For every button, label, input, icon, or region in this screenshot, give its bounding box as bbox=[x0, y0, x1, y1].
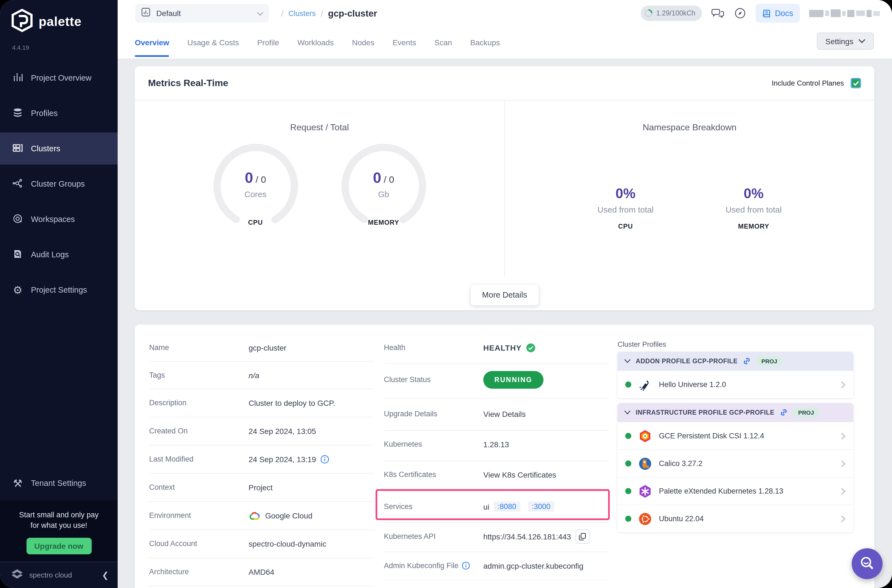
spectro-cloud-logo bbox=[10, 567, 24, 583]
sidebar-item-workspaces[interactable]: Workspaces bbox=[0, 203, 118, 235]
tab-workloads[interactable]: Workloads bbox=[297, 27, 334, 58]
info-icon[interactable] bbox=[462, 561, 470, 570]
breadcrumb-clusters-link[interactable]: Clusters bbox=[288, 9, 316, 17]
tab-nodes[interactable]: Nodes bbox=[352, 27, 374, 58]
chevron-down-icon bbox=[858, 39, 865, 44]
chevron-right-icon bbox=[841, 460, 845, 467]
tab-scan[interactable]: Scan bbox=[434, 27, 452, 58]
upgrade-now-button[interactable]: Upgrade now bbox=[26, 538, 92, 554]
tab-backups[interactable]: Backups bbox=[470, 27, 500, 58]
network-icon bbox=[12, 177, 23, 190]
cluster-details-card: Name gcp-cluster Tags n/a Description Cl… bbox=[135, 325, 874, 588]
tab-profile[interactable]: Profile bbox=[257, 27, 279, 58]
sidebar-item-label: Cluster Groups bbox=[31, 179, 85, 188]
palette-app: palette 4.4.19 Project Overview bbox=[0, 0, 892, 588]
link-icon[interactable] bbox=[779, 409, 788, 416]
sidebar-item-label: Project Settings bbox=[31, 285, 87, 294]
sidebar-item-cluster-groups[interactable]: Cluster Groups bbox=[0, 168, 118, 200]
user-account-blurred[interactable] bbox=[809, 9, 880, 17]
namespace-cpu-caption: CPU bbox=[570, 222, 681, 230]
row-label: Created On bbox=[149, 427, 249, 435]
book-icon bbox=[762, 9, 771, 18]
sidebar-item-project-overview[interactable]: Project Overview bbox=[0, 62, 118, 94]
memory-caption: MEMORY bbox=[337, 219, 430, 226]
info-icon[interactable] bbox=[320, 454, 329, 464]
profile-group-title: INFRASTRUCTURE PROFILE GCP-PROFILE bbox=[636, 409, 774, 416]
cpu-caption: CPU bbox=[209, 219, 302, 226]
detail-row-health: Health HEALTHY bbox=[384, 333, 609, 362]
request-total-title: Request / Total bbox=[135, 123, 504, 132]
docs-button[interactable]: Docs bbox=[755, 4, 800, 22]
palette-logo-icon bbox=[11, 9, 33, 34]
cluster-status-badge[interactable]: RUNNING bbox=[483, 371, 544, 388]
profile-pack-ubuntu[interactable]: Ubuntu 22.04 bbox=[617, 505, 853, 532]
more-details-button[interactable]: More Details bbox=[471, 285, 539, 305]
docs-label: Docs bbox=[775, 9, 793, 18]
usage-credits-value: 1.29/100kCh bbox=[656, 9, 695, 17]
bar-chart-icon bbox=[12, 72, 23, 84]
compass-icon[interactable] bbox=[734, 7, 746, 20]
calico-icon bbox=[638, 456, 652, 471]
detail-row-admin-kubeconfig: Admin Kubeconfig File admin.gcp-cluster.… bbox=[384, 552, 609, 580]
collapse-sidebar-icon[interactable]: ❮ bbox=[102, 570, 109, 580]
detail-row-context: Context Project bbox=[149, 473, 374, 501]
pack-status-dot bbox=[625, 381, 631, 388]
settings-label: Settings bbox=[826, 37, 853, 45]
sidebar-item-clusters[interactable]: Clusters bbox=[0, 132, 118, 165]
view-k8s-certificates-link[interactable]: View K8s Certificates bbox=[483, 470, 556, 479]
profile-pack-hello-universe[interactable]: Hello Universe 1.2.0 bbox=[617, 370, 853, 398]
namespace-cpu-stat: 0% Used from total CPU bbox=[570, 132, 681, 230]
sidebar-item-label: Tenant Settings bbox=[31, 478, 86, 488]
profile-pack-calico[interactable]: Calico 3.27.2 bbox=[617, 449, 853, 477]
ubuntu-icon bbox=[638, 512, 652, 526]
row-label: Last Modified bbox=[149, 455, 249, 463]
topbar: Default / Clusters / gcp-cluster 1.29/10… bbox=[118, 0, 892, 27]
sidebar-item-audit-logs[interactable]: Audit Logs bbox=[0, 238, 118, 270]
magnifier-smile-icon bbox=[859, 555, 875, 572]
project-selector-value: Default bbox=[156, 9, 251, 18]
proj-badge: PROJ bbox=[757, 356, 782, 366]
sidebar-item-label: Clusters bbox=[31, 144, 60, 153]
services-highlight-box bbox=[375, 489, 610, 520]
cpu-gauge: 0 / 0 Cores CPU bbox=[209, 140, 302, 232]
support-search-button[interactable] bbox=[852, 548, 883, 579]
namespace-memory-label: Used from total bbox=[698, 205, 809, 214]
audit-log-icon bbox=[12, 248, 23, 261]
chevron-right-icon bbox=[841, 487, 845, 495]
project-selector[interactable]: Default bbox=[135, 4, 269, 22]
chevron-down-icon bbox=[624, 359, 631, 363]
settings-button[interactable]: Settings bbox=[817, 33, 874, 50]
link-icon[interactable] bbox=[743, 357, 751, 365]
row-label: K8s Certificates bbox=[384, 470, 483, 478]
detail-row-kubernetes-api: Kubernetes API https://34.54.126.181:443 bbox=[384, 522, 609, 550]
copy-icon[interactable] bbox=[575, 529, 590, 543]
profile-group-title: ADDON PROFILE GCP-PROFILE bbox=[636, 358, 737, 364]
tab-usage-costs[interactable]: Usage & Costs bbox=[188, 27, 239, 58]
orbit-icon bbox=[12, 213, 23, 225]
chat-icon[interactable] bbox=[712, 7, 725, 20]
profile-pack-gce-csi[interactable]: GCE Persistent Disk CSI 1.12.4 bbox=[617, 422, 853, 449]
addon-profile-header[interactable]: ADDON PROFILE GCP-PROFILE PROJ bbox=[617, 352, 853, 370]
cluster-profiles-section: Cluster Profiles ADDON PROFILE GCP-PROFI… bbox=[617, 340, 853, 537]
sidebar-item-label: Project Overview bbox=[31, 74, 92, 82]
view-details-link[interactable]: View Details bbox=[483, 410, 526, 418]
detail-row-tags: Tags n/a bbox=[149, 361, 374, 389]
row-label: Cloud Account bbox=[149, 539, 249, 548]
tab-events[interactable]: Events bbox=[392, 27, 416, 58]
infrastructure-profile-header[interactable]: INFRASTRUCTURE PROFILE GCP-PROFILE PROJ bbox=[617, 403, 853, 422]
metrics-title: Metrics Real-Time bbox=[148, 78, 772, 88]
sidebar-item-label: Profiles bbox=[31, 109, 58, 118]
project-chart-icon bbox=[141, 7, 151, 20]
sidebar-item-project-settings[interactable]: ⚙ Project Settings bbox=[0, 274, 118, 306]
profile-pack-palette-extended-kubernetes[interactable]: Palette eXtended Kubernetes 1.28.13 bbox=[617, 477, 853, 505]
tab-overview[interactable]: Overview bbox=[135, 27, 169, 58]
include-control-planes-checkbox[interactable] bbox=[851, 78, 861, 88]
cpu-total-value: / 0 bbox=[256, 174, 266, 185]
sidebar-item-profiles[interactable]: Profiles bbox=[0, 97, 118, 129]
row-label: Kubernetes API bbox=[384, 532, 483, 540]
admin-kubeconfig-link[interactable]: admin.gcp-cluster.kubeconfig bbox=[483, 561, 584, 570]
detail-row-created-on: Created On 24 Sep 2024, 13:05 bbox=[149, 417, 374, 445]
sidebar-item-tenant-settings[interactable]: ⚒ Tenant Settings bbox=[0, 467, 118, 499]
sidebar-item-label: Workspaces bbox=[31, 215, 75, 224]
row-label: Health bbox=[384, 344, 483, 352]
